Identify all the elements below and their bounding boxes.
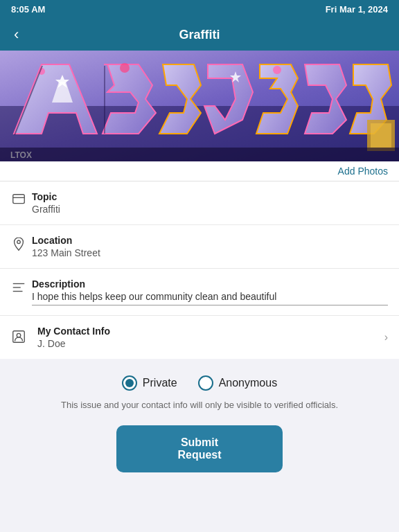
anonymous-radio[interactable] xyxy=(198,375,213,391)
privacy-section: Private Anonymous This issue and your co… xyxy=(0,359,399,481)
contact-icon xyxy=(11,329,32,347)
location-value: 123 Main Street xyxy=(32,247,388,258)
location-field: Location 123 Main Street xyxy=(32,235,388,258)
graffiti-image: LTOX xyxy=(0,51,399,161)
contact-label: My Contact Info xyxy=(37,326,384,337)
anonymous-label: Anonymous xyxy=(219,377,278,389)
contact-value: J. Doe xyxy=(37,338,384,349)
back-button[interactable]: ‹ xyxy=(11,27,21,42)
contact-row[interactable]: My Contact Info J. Doe › xyxy=(0,316,399,359)
form-content: Topic Graffiti Location 123 Main Street … xyxy=(0,181,399,359)
page-title: Graffiti xyxy=(179,28,220,42)
topic-value: Graffiti xyxy=(32,204,388,215)
privacy-radio-group: Private Anonymous xyxy=(122,375,277,391)
svg-rect-16 xyxy=(371,123,391,148)
privacy-note: This issue and your contact info will on… xyxy=(61,399,338,411)
svg-marker-18 xyxy=(104,66,105,134)
svg-point-13 xyxy=(120,63,130,73)
svg-point-14 xyxy=(273,66,281,74)
private-radio[interactable] xyxy=(122,375,137,391)
contact-chevron-icon: › xyxy=(384,331,388,344)
topic-label: Topic xyxy=(32,191,388,202)
contact-field: My Contact Info J. Doe xyxy=(37,326,384,349)
svg-text:LTOX: LTOX xyxy=(10,150,32,160)
description-icon xyxy=(11,280,32,298)
location-label: Location xyxy=(32,235,388,246)
status-date: Fri Mar 1, 2024 xyxy=(326,4,388,15)
svg-rect-19 xyxy=(0,148,399,161)
topic-row: Topic Graffiti xyxy=(0,181,399,225)
header: ‹ Graffiti xyxy=(0,19,399,51)
status-time: 8:05 AM xyxy=(11,4,45,15)
private-label: Private xyxy=(143,377,177,389)
status-bar: 8:05 AM Fri Mar 1, 2024 xyxy=(0,0,399,19)
add-photos-label[interactable]: Add Photos xyxy=(338,166,388,177)
description-value[interactable]: I hope this helps keep our community cle… xyxy=(32,291,388,305)
description-row: Description I hope this helps keep our c… xyxy=(0,269,399,316)
location-icon xyxy=(11,236,32,254)
location-row: Location 123 Main Street xyxy=(0,225,399,269)
topic-icon xyxy=(11,193,32,211)
topic-field: Topic Graffiti xyxy=(32,191,388,215)
description-label: Description xyxy=(32,278,388,290)
svg-rect-21 xyxy=(13,195,25,204)
submit-button[interactable]: Submit Request xyxy=(116,425,283,472)
svg-point-22 xyxy=(17,240,21,244)
description-field[interactable]: Description I hope this helps keep our c… xyxy=(32,278,388,305)
anonymous-option[interactable]: Anonymous xyxy=(198,375,278,391)
private-option[interactable]: Private xyxy=(122,375,177,391)
svg-point-27 xyxy=(17,333,21,337)
add-photos-bar[interactable]: Add Photos xyxy=(0,161,399,181)
